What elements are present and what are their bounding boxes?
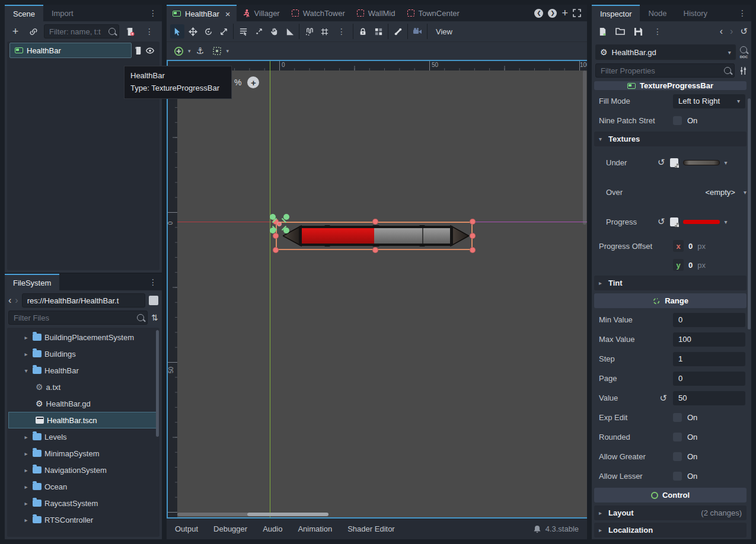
smart-snap-button[interactable] <box>302 24 316 39</box>
new-tab-icon[interactable]: + <box>562 7 568 20</box>
section-localization[interactable]: ▸Localization <box>594 523 747 537</box>
prev-scene-icon[interactable]: ❮ <box>534 9 543 18</box>
file-row-buildings[interactable]: ▸Buildings <box>7 345 160 362</box>
resource-edit-icon[interactable] <box>670 158 678 167</box>
file-row-buildingplacementsystem[interactable]: ▸BuildingPlacementSystem <box>7 329 160 345</box>
canvas[interactable]: % + <box>177 71 587 517</box>
anchor-presets-button[interactable]: ⚓ <box>193 44 208 58</box>
shader-editor-button[interactable]: Shader Editor <box>347 524 395 533</box>
use-pivot-button[interactable] <box>171 44 186 58</box>
progress-texture-thumbnail[interactable] <box>683 220 720 224</box>
under-texture-thumbnail[interactable] <box>683 160 720 165</box>
chevron-down-icon[interactable]: ▾ <box>725 219 728 225</box>
skeleton-options-button[interactable] <box>391 24 405 39</box>
containers-button[interactable] <box>210 44 224 58</box>
visibility-eye-icon[interactable] <box>145 46 155 55</box>
toggle-split-mode-button[interactable] <box>149 296 158 305</box>
file-row-navigationsystem[interactable]: ▸NavigationSystem <box>7 462 160 478</box>
edited-object-dropdown[interactable]: ⚙ HealthBar.gd ▾ <box>595 44 736 60</box>
ruler-tool-button[interactable] <box>282 24 296 39</box>
file-row-rtscontroller[interactable]: ▸RTSController <box>7 511 160 528</box>
handle-mid-left[interactable] <box>273 233 279 239</box>
close-tab-icon[interactable]: × <box>225 9 231 19</box>
view-menu-button[interactable]: View <box>430 27 458 36</box>
history-back-icon[interactable]: ‹ <box>720 26 723 37</box>
tab-scene[interactable]: Scene <box>5 5 43 21</box>
lock-selected-button[interactable] <box>356 24 370 39</box>
move-tool-button[interactable] <box>186 24 200 39</box>
file-row-raycastsystem[interactable]: ▸RaycastSystem <box>7 495 160 511</box>
path-input[interactable] <box>22 293 145 308</box>
scene-dock-menu-icon[interactable]: ⋮ <box>144 8 162 18</box>
file-row-healthbar-tscn[interactable]: HealthBar.tscn <box>8 412 158 428</box>
instance-scene-button[interactable] <box>26 24 40 39</box>
scene-tab-healthbar[interactable]: HealthBar × <box>167 5 237 21</box>
file-row-healthbar-gd[interactable]: ⚙HealthBar.gd <box>7 395 160 412</box>
category-control[interactable]: Control <box>594 488 747 503</box>
load-resource-button[interactable] <box>613 24 627 39</box>
over-texture-value[interactable]: <empty> <box>705 188 735 197</box>
scene-tab-towncenter[interactable]: TownCenter <box>401 5 465 21</box>
chevron-down-icon[interactable]: ▾ <box>744 189 747 196</box>
pivot-tool-button[interactable] <box>251 24 266 39</box>
sort-files-icon[interactable]: ⇅ <box>151 313 158 322</box>
handle-top-right[interactable] <box>470 219 476 225</box>
snap-options-menu-icon[interactable]: ⋮ <box>333 27 350 36</box>
fill-mode-dropdown[interactable]: Left to Right ▾ <box>673 94 745 108</box>
chevron-down-icon[interactable]: ▾ <box>188 48 191 54</box>
next-scene-icon[interactable]: ❯ <box>548 9 557 18</box>
nine-patch-checkbox[interactable] <box>673 116 682 125</box>
page-field[interactable]: 0 <box>673 372 745 386</box>
group-selected-button[interactable] <box>371 24 385 39</box>
file-row-healthbar-folder[interactable]: ▾HealthBar <box>7 362 160 379</box>
filesystem-scrollbar[interactable] <box>156 330 159 437</box>
section-layout[interactable]: ▸Layout (2 changes) <box>594 505 747 520</box>
handle-top-mid[interactable] <box>372 219 378 225</box>
save-button[interactable] <box>631 24 645 39</box>
category-range[interactable]: Range <box>594 293 747 308</box>
pivot-point[interactable] <box>277 222 282 226</box>
open-docs-button[interactable]: DOC <box>740 46 748 59</box>
chevron-down-icon[interactable]: ▾ <box>725 159 728 166</box>
scene-tab-watchtower[interactable]: WatchTower <box>286 5 351 21</box>
revert-icon[interactable]: ↺ <box>658 157 665 168</box>
handle-bottom-mid[interactable] <box>372 247 378 253</box>
scale-tool-button[interactable] <box>216 24 231 39</box>
list-select-tool-button[interactable] <box>236 24 250 39</box>
filesystem-menu-icon[interactable]: ⋮ <box>144 277 162 287</box>
file-row-minimapsystem[interactable]: ▸MinimapSystem <box>7 445 160 462</box>
rounded-checkbox[interactable] <box>673 433 682 441</box>
grid-snap-button[interactable] <box>317 24 331 39</box>
revert-icon[interactable]: ↺ <box>659 393 667 404</box>
offset-y-value[interactable]: 0 <box>688 261 693 270</box>
scene-filter-input[interactable] <box>44 24 119 39</box>
min-value-field[interactable]: 0 <box>673 313 745 327</box>
attached-script-icon[interactable] <box>134 46 143 55</box>
section-tint[interactable]: ▸Tint <box>594 276 747 290</box>
debugger-button[interactable]: Debugger <box>213 524 247 533</box>
tab-filesystem[interactable]: FileSystem <box>5 274 59 290</box>
revert-icon[interactable]: ↺ <box>658 216 665 227</box>
file-row-levels[interactable]: ▸Levels <box>7 428 160 445</box>
pan-tool-button[interactable] <box>267 24 281 39</box>
allow-lesser-checkbox[interactable] <box>673 472 682 481</box>
history-forward-icon[interactable]: › <box>730 26 733 37</box>
2d-viewport[interactable]: 0 50 100 0 50 <box>167 60 587 519</box>
canvas-hscrollbar[interactable] <box>177 512 582 517</box>
new-resource-button[interactable] <box>595 24 610 39</box>
allow-greater-checkbox[interactable] <box>673 452 682 461</box>
handle-bottom-left[interactable] <box>273 247 279 253</box>
tab-import[interactable]: Import <box>43 5 82 21</box>
tab-history[interactable]: History <box>675 5 716 21</box>
rotate-tool-button[interactable] <box>201 24 215 39</box>
inspector-menu-icon[interactable]: ⋮ <box>733 8 751 18</box>
animation-button[interactable]: Animation <box>298 524 332 533</box>
section-textures[interactable]: ▾Textures <box>594 132 747 146</box>
max-value-field[interactable]: 100 <box>673 332 745 347</box>
scene-tools-menu-icon[interactable]: ⋮ <box>141 27 158 36</box>
scene-tab-villager[interactable]: Villager <box>237 5 286 21</box>
override-camera-button[interactable] <box>410 24 425 39</box>
file-row-a-txt[interactable]: ⚙a.txt <box>7 379 160 395</box>
resource-options-menu-icon[interactable]: ⋮ <box>649 27 666 36</box>
resource-edit-icon[interactable] <box>670 217 678 226</box>
